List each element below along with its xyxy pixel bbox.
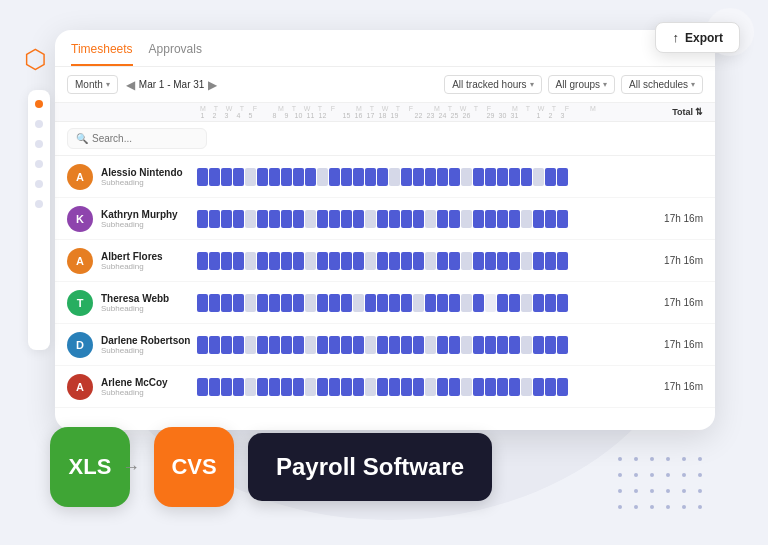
hours-filter-button[interactable]: All tracked hours ▾ xyxy=(444,75,541,94)
bar-cell xyxy=(521,336,532,354)
bar-cell xyxy=(473,294,484,312)
bar-cell xyxy=(233,168,244,186)
bar-cell xyxy=(269,252,280,270)
bar-cell xyxy=(389,168,400,186)
decoration-dot xyxy=(618,489,622,493)
row-info: Arlene McCoySubheading xyxy=(101,377,197,397)
bar-cell xyxy=(377,294,388,312)
bar-cell xyxy=(257,294,268,312)
bar-cell xyxy=(401,168,412,186)
bar-cell xyxy=(353,378,364,396)
bar-cell xyxy=(485,294,496,312)
bar-cell xyxy=(545,168,556,186)
tab-timesheets[interactable]: Timesheets xyxy=(71,42,133,66)
bar-cell xyxy=(341,210,352,228)
bar-cell xyxy=(317,336,328,354)
row-name: Darlene Robertson xyxy=(101,335,197,346)
bar-cell xyxy=(209,294,220,312)
bar-cell xyxy=(473,168,484,186)
bar-cell xyxy=(245,210,256,228)
total-sort-icon[interactable]: ⇅ xyxy=(695,107,703,117)
bar-cell xyxy=(533,336,544,354)
bar-cell xyxy=(269,378,280,396)
bar-cell xyxy=(509,168,520,186)
bar-cell xyxy=(281,378,292,396)
bar-cell xyxy=(545,336,556,354)
bar-cell xyxy=(521,168,532,186)
bar-cell xyxy=(329,294,340,312)
bar-cell xyxy=(557,294,568,312)
bar-cell xyxy=(389,336,400,354)
bar-cell xyxy=(437,168,448,186)
period-button[interactable]: Month ▾ xyxy=(67,75,118,94)
bar-cell xyxy=(509,336,520,354)
bar-cell xyxy=(353,168,364,186)
bar-cell xyxy=(197,168,208,186)
bar-cell xyxy=(461,210,472,228)
bar-cell xyxy=(425,252,436,270)
bar-cell xyxy=(449,210,460,228)
sidebar-dot xyxy=(35,160,43,168)
bar-cell xyxy=(305,168,316,186)
row-info: Kathryn MurphySubheading xyxy=(101,209,197,229)
bar-cell xyxy=(557,336,568,354)
search-input[interactable] xyxy=(92,133,202,144)
row-name: Arlene McCoy xyxy=(101,377,197,388)
bar-cell xyxy=(485,336,496,354)
table-row: DDarlene RobertsonSubheading17h 16m xyxy=(55,324,715,366)
prev-arrow[interactable]: ◀ xyxy=(126,78,135,92)
bar-cell xyxy=(461,168,472,186)
date-range-nav: ◀ Mar 1 - Mar 31 ▶ xyxy=(126,78,218,92)
period-selector: Month ▾ xyxy=(67,75,118,94)
bar-cell xyxy=(473,336,484,354)
bar-cell xyxy=(257,336,268,354)
decoration-dot xyxy=(698,505,702,509)
next-arrow[interactable]: ▶ xyxy=(208,78,217,92)
groups-filter-button[interactable]: All groups ▾ xyxy=(548,75,615,94)
bar-cell xyxy=(269,168,280,186)
row-sub: Subheading xyxy=(101,304,197,313)
bar-cell xyxy=(341,294,352,312)
sidebar-dot xyxy=(35,180,43,188)
bar-cell xyxy=(281,210,292,228)
avatar: A xyxy=(67,164,93,190)
search-icon: 🔍 xyxy=(76,133,88,144)
decoration-dot xyxy=(682,473,686,477)
bar-cell xyxy=(413,252,424,270)
schedules-filter-chevron: ▾ xyxy=(691,80,695,89)
bar-cell xyxy=(257,210,268,228)
bar-cell xyxy=(461,252,472,270)
row-total: 17h 16m xyxy=(643,255,703,266)
payroll-badge: Payroll Software xyxy=(248,433,492,501)
bar-cell xyxy=(317,168,328,186)
bar-cell xyxy=(533,168,544,186)
bar-cell xyxy=(209,378,220,396)
decoration-dot xyxy=(682,505,686,509)
bar-cell xyxy=(365,336,376,354)
bar-cell xyxy=(209,210,220,228)
export-icon: ↑ xyxy=(672,30,679,45)
bar-cell xyxy=(365,378,376,396)
bar-cell xyxy=(233,378,244,396)
decoration-dot xyxy=(682,457,686,461)
row-bars xyxy=(197,330,643,360)
export-button[interactable]: ↑ Export xyxy=(655,22,740,53)
name-column-header xyxy=(67,105,197,119)
bar-cell xyxy=(341,336,352,354)
arrow-icon: → xyxy=(122,457,140,478)
decoration-dot xyxy=(634,473,638,477)
bar-cell xyxy=(521,294,532,312)
bar-cell xyxy=(497,336,508,354)
bar-cell xyxy=(533,252,544,270)
card-header: Timesheets Approvals xyxy=(55,30,715,67)
bar-cell xyxy=(197,294,208,312)
row-name: Kathryn Murphy xyxy=(101,209,197,220)
bar-cell xyxy=(293,210,304,228)
bar-cell xyxy=(497,210,508,228)
tab-approvals[interactable]: Approvals xyxy=(149,42,202,66)
schedules-filter-button[interactable]: All schedules ▾ xyxy=(621,75,703,94)
bar-cell xyxy=(533,378,544,396)
bar-cell xyxy=(473,252,484,270)
filter-row: All tracked hours ▾ All groups ▾ All sch… xyxy=(444,75,703,94)
main-card: Timesheets Approvals Month ▾ ◀ Mar 1 - M… xyxy=(55,30,715,430)
